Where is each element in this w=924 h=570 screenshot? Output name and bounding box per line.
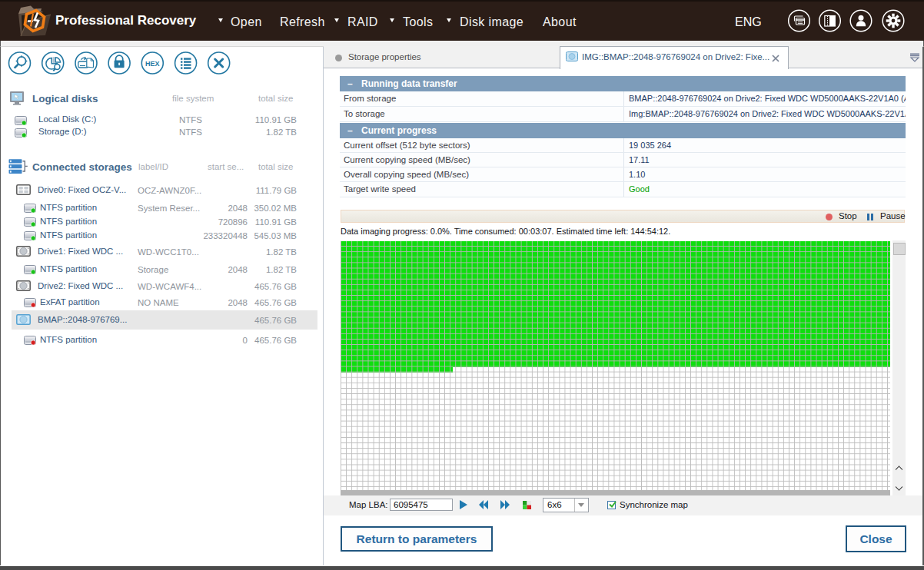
svg-text:HEX: HEX [145,60,160,68]
